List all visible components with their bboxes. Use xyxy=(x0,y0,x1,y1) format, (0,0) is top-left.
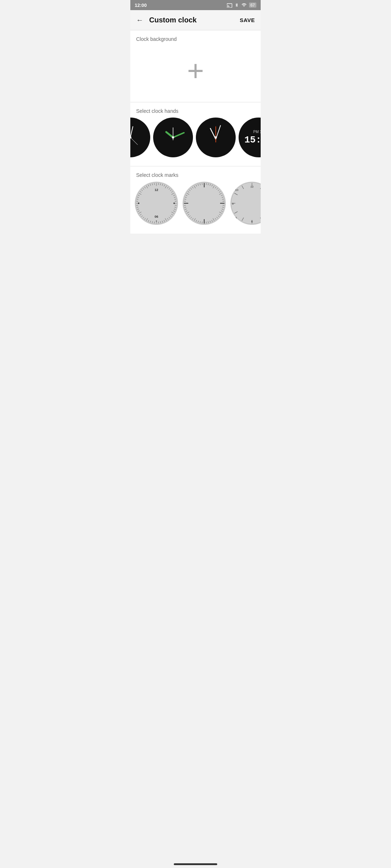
svg-line-5 xyxy=(173,133,184,137)
clock-hands-section: Select clock hands xyxy=(130,102,261,166)
clock-marks-section: Select clock marks xyxy=(130,166,261,234)
svg-line-72 xyxy=(154,183,155,185)
svg-text:06: 06 xyxy=(155,215,158,218)
svg-line-2 xyxy=(130,137,138,145)
svg-line-57 xyxy=(136,205,138,205)
svg-point-77 xyxy=(156,221,157,222)
clock-hand-item-partial[interactable] xyxy=(130,118,150,157)
bluetooth-icon xyxy=(235,2,239,8)
svg-line-125 xyxy=(184,201,186,201)
svg-point-76 xyxy=(138,203,139,204)
clock-mark-item-minimal[interactable]: 12 1 3 4 6 8 9 10 xyxy=(230,182,261,225)
add-background-button[interactable]: + xyxy=(130,46,261,96)
status-bar: 12:00 67 xyxy=(130,0,261,10)
clock-mark-item-lines[interactable] xyxy=(182,182,226,225)
clock-hand-item-green[interactable] xyxy=(153,118,193,157)
clock-hands-label: Select clock hands xyxy=(130,102,261,118)
svg-point-78 xyxy=(183,182,225,224)
battery-level: 67 xyxy=(251,3,255,7)
digital-ampm: PM 15 xyxy=(253,130,261,134)
clock-marks-label: Select clock marks xyxy=(130,166,261,182)
svg-line-110 xyxy=(202,222,202,224)
svg-line-1 xyxy=(130,127,133,137)
battery-icon: 67 xyxy=(249,3,256,8)
clock-background-section: Clock background + xyxy=(130,30,261,102)
digital-time: 15:36 xyxy=(244,135,261,145)
app-bar: ← Custom clock SAVE xyxy=(130,10,261,30)
svg-line-27 xyxy=(175,201,177,201)
clock-mark-item-numbered[interactable]: 12 06 xyxy=(135,182,178,225)
svg-line-108 xyxy=(206,222,206,224)
svg-line-14 xyxy=(158,183,159,185)
svg-point-11 xyxy=(215,136,217,139)
save-button[interactable]: SAVE xyxy=(240,17,255,23)
add-icon: + xyxy=(187,56,204,85)
svg-line-59 xyxy=(136,201,138,201)
clock-hand-item-white[interactable] xyxy=(196,118,236,157)
svg-line-42 xyxy=(158,222,159,224)
svg-text:10: 10 xyxy=(235,188,239,192)
svg-line-93 xyxy=(223,201,224,201)
svg-text:12: 12 xyxy=(155,188,158,192)
bottom-space xyxy=(130,234,261,263)
svg-line-44 xyxy=(154,222,155,224)
cast-icon xyxy=(227,3,232,8)
clock-marks-scroll[interactable]: 12 06 xyxy=(130,182,261,228)
page-title: Custom clock xyxy=(149,16,240,24)
svg-line-95 xyxy=(223,205,224,205)
back-button[interactable]: ← xyxy=(136,16,143,24)
clock-hands-scroll[interactable]: PM 15 15:36 xyxy=(130,118,261,160)
clock-background-label: Clock background xyxy=(130,30,261,46)
status-icons: 67 xyxy=(227,2,256,8)
svg-text:8: 8 xyxy=(235,216,237,220)
svg-line-138 xyxy=(202,183,202,185)
status-time: 12:00 xyxy=(135,3,147,8)
svg-line-80 xyxy=(206,183,206,185)
svg-point-7 xyxy=(172,136,174,139)
svg-line-4 xyxy=(166,132,173,137)
wifi-icon xyxy=(241,3,247,8)
svg-point-75 xyxy=(173,203,175,204)
svg-text:9: 9 xyxy=(232,202,234,205)
svg-line-29 xyxy=(175,205,177,205)
clock-hand-item-digital[interactable]: PM 15 15:36 xyxy=(239,118,261,157)
svg-line-123 xyxy=(184,205,186,205)
